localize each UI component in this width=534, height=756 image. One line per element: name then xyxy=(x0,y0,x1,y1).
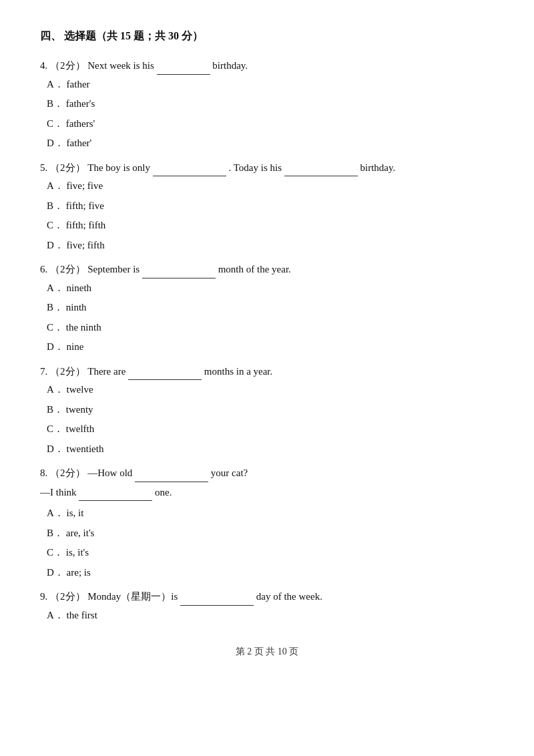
q6-text-before: September is xyxy=(87,264,140,274)
q7-option-d: D． twentieth xyxy=(47,441,494,458)
q9-number: 9. xyxy=(40,591,47,602)
q9-text: 9. （2分） Monday（星期一）is day of the week. xyxy=(40,588,494,606)
q7-text: 7. （2分） There are months in a year. xyxy=(40,363,494,381)
q7-options: A． twelve B． twenty C． twelfth D． twenti… xyxy=(47,381,494,457)
q8-option-c: C． is, it's xyxy=(47,544,494,562)
q7-option-b: B． twenty xyxy=(47,401,494,419)
q9-text-after: day of the week. xyxy=(256,591,322,602)
q7-points: （2分） xyxy=(50,366,85,377)
q9-options: A． the first xyxy=(47,607,494,624)
q8-text-after: your cat? xyxy=(211,467,248,478)
q8-blank2 xyxy=(79,484,152,502)
q8-option-b: B． are, it's xyxy=(47,525,494,542)
q5-option-d: D． five; fifth xyxy=(47,237,494,254)
q5-number: 5. xyxy=(40,162,47,173)
q6-options: A． nineth B． ninth C． the ninth D． nine xyxy=(47,280,494,356)
page-footer: 第 2 页 共 10 页 xyxy=(40,644,494,660)
q4-option-a: A． father xyxy=(47,76,494,93)
q6-text: 6. （2分） September is month of the year. xyxy=(40,260,494,278)
question-8: 8. （2分） —How old your cat? —I think one.… xyxy=(40,464,494,581)
question-5: 5. （2分） The boy is only . Today is his b… xyxy=(40,159,494,254)
section-title: 四、 选择题（共 15 题；共 30 分） xyxy=(40,27,494,45)
q4-blank xyxy=(157,57,210,75)
q4-number: 4. xyxy=(40,60,47,71)
q6-points: （2分） xyxy=(50,264,85,274)
q5-text-middle: . Today is his xyxy=(229,162,282,173)
question-4: 4. （2分） Next week is his birthday. A． fa… xyxy=(40,57,494,152)
q8-blank xyxy=(135,464,208,482)
q4-option-b: B． father's xyxy=(47,96,494,113)
q7-text-before: There are xyxy=(87,366,125,377)
q8-points: （2分） xyxy=(50,467,85,478)
q5-blank1 xyxy=(153,159,226,177)
q6-blank xyxy=(142,260,216,278)
q8-option-d: D． are; is xyxy=(47,564,494,582)
footer-text: 第 2 页 共 10 页 xyxy=(236,646,299,656)
q8-options: A． is, it B． are, it's C． is, it's D． ar… xyxy=(47,505,494,581)
q8-text-before: —How old xyxy=(87,467,132,478)
q5-blank2 xyxy=(284,159,358,177)
q4-option-c: C． fathers' xyxy=(47,116,494,133)
q6-option-a: A． nineth xyxy=(47,280,494,297)
section-header: 四、 选择题（共 15 题；共 30 分） xyxy=(40,27,494,45)
q9-option-a: A． the first xyxy=(47,607,494,624)
q6-text-after: month of the year. xyxy=(218,264,291,274)
q4-text-after: birthday. xyxy=(212,60,248,71)
q4-text-before: Next week is his xyxy=(87,60,154,71)
q5-points: （2分） xyxy=(50,162,85,173)
q9-points: （2分） xyxy=(50,591,85,602)
q7-blank xyxy=(128,363,202,381)
q5-text: 5. （2分） The boy is only . Today is his b… xyxy=(40,159,494,177)
q4-points: （2分） xyxy=(50,60,85,71)
question-9: 9. （2分） Monday（星期一）is day of the week. A… xyxy=(40,588,494,624)
q5-option-a: A． five; five xyxy=(47,178,494,195)
q5-option-b: B． fifth; five xyxy=(47,198,494,215)
q9-blank xyxy=(180,588,254,606)
question-6: 6. （2分） September is month of the year. … xyxy=(40,260,494,356)
q8-number: 8. xyxy=(40,467,47,478)
q8-text: 8. （2分） —How old your cat? xyxy=(40,464,494,482)
question-7: 7. （2分） There are months in a year. A． t… xyxy=(40,363,494,458)
q7-text-after: months in a year. xyxy=(204,366,272,377)
q8-option-a: A． is, it xyxy=(47,505,494,522)
q6-option-b: B． ninth xyxy=(47,299,494,317)
q5-text-before: The boy is only xyxy=(87,162,150,173)
q6-number: 6. xyxy=(40,264,47,274)
q4-text: 4. （2分） Next week is his birthday. xyxy=(40,57,494,75)
q4-options: A． father B． father's C． fathers' D． fat… xyxy=(47,76,494,152)
q7-option-a: A． twelve xyxy=(47,381,494,399)
q7-option-c: C． twelfth xyxy=(47,421,494,438)
q6-option-d: D． nine xyxy=(47,339,494,356)
q4-option-d: D． father' xyxy=(47,135,494,152)
q6-option-c: C． the ninth xyxy=(47,319,494,337)
q8-extra: —I think one. xyxy=(40,484,494,502)
q5-option-c: C． fifth; fifth xyxy=(47,217,494,234)
q9-text-before: Monday（星期一）is xyxy=(87,591,178,602)
q5-text-after: birthday. xyxy=(360,162,396,173)
q7-number: 7. xyxy=(40,366,47,377)
q5-options: A． five; five B． fifth; five C． fifth; f… xyxy=(47,178,494,254)
